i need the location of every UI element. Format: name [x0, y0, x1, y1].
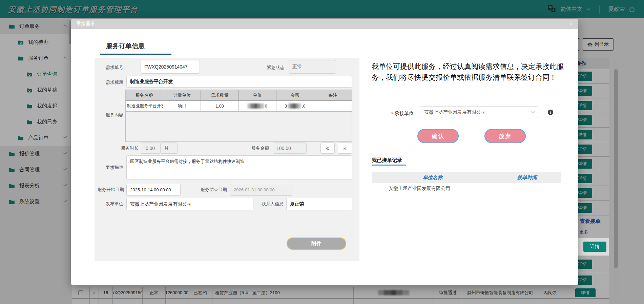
item-name: 制造业服务平台开发 — [126, 101, 163, 112]
chevron-down-icon — [531, 111, 535, 114]
accept-notice-text: 我单位可提供此服务，经过认真阅读需求信息，决定承接此服务，我们将尽快提交报价单或… — [372, 61, 566, 83]
confirm-button[interactable]: 确认 — [417, 129, 459, 143]
col-header: 备注 — [314, 90, 352, 101]
close-icon[interactable]: × — [569, 20, 573, 28]
request-title-input[interactable]: 制造业服务平台开发 — [126, 76, 352, 88]
accept-unit-select[interactable]: 安徽上丞产业园发展有限公司 — [420, 106, 538, 118]
col-header-company: 单位名称 — [372, 172, 494, 183]
modal-header: 承接需求 × — [71, 19, 578, 29]
item-price: 0 — [239, 101, 276, 112]
accepted-records-title: 我已接单记录 — [372, 157, 402, 164]
contact-label: 联系人信息 — [255, 201, 284, 207]
end-date-input[interactable]: 2026-01-31 00:00:00 — [230, 184, 292, 196]
accept-request-modal: 承接需求 × 服务订单信息 需求单号 FWXQ20250914047 紧急状态 … — [71, 19, 578, 285]
description-textarea[interactable]: 园区制造业服务平台供需对接，服务于雷达结构件快速制造 — [126, 155, 352, 180]
items-table-header: 服务名称 计量单位 需求数量 单价 金额 备注 — [126, 90, 352, 101]
duration-input[interactable]: 0.00 — [140, 142, 161, 154]
items-table-row: 制造业服务平台开发 项目 1.00 0 3.0 — [126, 101, 352, 112]
item-qty: 1.00 — [201, 101, 238, 112]
col-header: 需求数量 — [201, 90, 238, 101]
publisher-input[interactable]: 安徽上丞产业园发展有限公司 — [126, 198, 253, 210]
abandon-button[interactable]: 放弃 — [484, 129, 526, 143]
request-no-label: 需求单号 — [95, 64, 123, 71]
col-header: 服务名称 — [126, 90, 163, 101]
service-order-form: 需求单号 FWXQ20250914047 紧急状态 正常 需求标题 制造业服务平… — [95, 58, 359, 261]
end-date-label: 服务结束日期 — [198, 187, 227, 193]
description-label: 要求描述 — [95, 165, 123, 171]
urgency-input[interactable]: 正常 — [289, 60, 336, 74]
col-header: 金额 — [276, 90, 314, 101]
masked-value — [288, 103, 301, 109]
service-amount-label: 服务金额 — [240, 145, 269, 151]
section-title: 服务订单信息 — [100, 42, 171, 55]
request-title-label: 需求标题 — [95, 79, 123, 86]
service-items-table: 服务名称 计量单位 需求数量 单价 金额 备注 制造业服务平台开发 项目 1.0… — [125, 90, 352, 142]
info-icon[interactable]: i — [548, 110, 553, 115]
item-remark — [314, 101, 352, 112]
accepted-record-company: 安徽上丞产业园发展有限公司 — [389, 186, 450, 192]
contact-input[interactable]: 夏正荣 — [286, 198, 352, 210]
next-page-button[interactable]: » — [338, 142, 352, 154]
col-header: 计量单位 — [163, 90, 201, 101]
duration-unit: 月 — [160, 142, 178, 154]
accepted-records-header: 单位名称 接单时间 — [372, 172, 561, 183]
service-content-label: 服务内容 — [95, 112, 123, 118]
request-no-input[interactable]: FWXQ20250914047 — [141, 60, 200, 74]
prev-page-button[interactable]: « — [320, 142, 335, 154]
duration-label: 服务时长 — [110, 145, 139, 151]
start-date-label: 服务开始日期 — [95, 187, 124, 193]
accepted-records-underline — [372, 165, 406, 166]
modal-title: 承接需求 — [76, 21, 95, 27]
publisher-label: 发布单位 — [95, 201, 123, 207]
required-marker: * — [391, 111, 393, 116]
start-date-input[interactable]: 2025-10-14 00:00:00 — [126, 184, 181, 196]
col-header: 单价 — [239, 90, 276, 101]
detail-button[interactable]: 详情 — [583, 242, 606, 252]
item-amount: 3.0 — [276, 101, 314, 112]
urgency-label: 紧急状态 — [256, 64, 285, 71]
service-amount-input[interactable]: 100.00 — [273, 142, 307, 154]
item-unit: 项目 — [163, 101, 201, 112]
accept-unit-label: 承接单位 — [395, 111, 414, 117]
col-header-time: 接单时间 — [494, 172, 561, 183]
attachment-button[interactable]: 附件 — [287, 238, 346, 250]
masked-value — [248, 103, 264, 109]
